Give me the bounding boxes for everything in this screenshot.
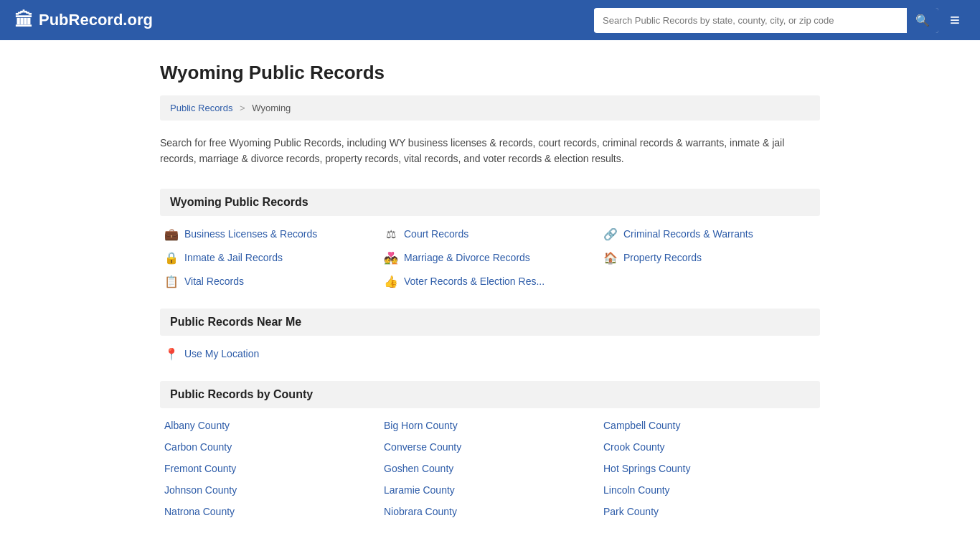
list-item[interactable]: ⚖Court Records (384, 227, 596, 241)
list-item[interactable]: Johnson County (164, 484, 377, 496)
record-icon: 💑 (384, 251, 398, 265)
breadcrumb-current: Wyoming (252, 103, 291, 113)
list-item[interactable]: 🏠Property Records (603, 251, 816, 265)
main-content: Wyoming Public Records Public Records > … (146, 40, 834, 551)
list-item[interactable]: 💑Marriage & Divorce Records (384, 251, 596, 265)
record-icon: ⚖ (384, 227, 398, 241)
record-label: Property Records (623, 252, 702, 263)
breadcrumb-home[interactable]: Public Records (170, 103, 232, 113)
records-section-header: Wyoming Public Records (160, 189, 820, 216)
search-button[interactable]: 🔍 (907, 8, 938, 33)
logo-icon: 🏛 (14, 9, 33, 32)
record-label: Marriage & Divorce Records (404, 252, 530, 263)
location-icon: 📍 (164, 347, 179, 361)
search-input[interactable] (594, 9, 907, 32)
record-label: Criminal Records & Warrants (623, 228, 753, 240)
record-label: Inmate & Jail Records (184, 252, 283, 263)
page-description: Search for free Wyoming Public Records, … (160, 135, 820, 167)
list-item[interactable]: Big Horn County (384, 420, 596, 431)
record-icon: 🔒 (164, 251, 179, 265)
list-item[interactable]: Fremont County (164, 463, 377, 474)
list-item[interactable]: Park County (603, 506, 816, 517)
record-icon: 📋 (164, 275, 179, 288)
counties-section: Public Records by County Albany CountyBi… (160, 381, 820, 517)
list-item[interactable]: Campbell County (603, 420, 816, 431)
location-label: Use My Location (184, 348, 259, 359)
list-item[interactable]: Laramie County (384, 484, 596, 496)
list-item[interactable]: Albany County (164, 420, 377, 431)
list-item[interactable]: Niobrara County (384, 506, 596, 517)
county-grid: Albany CountyBig Horn CountyCampbell Cou… (160, 420, 820, 517)
site-logo[interactable]: 🏛 PubRecord.org (14, 9, 153, 32)
list-item[interactable]: Goshen County (384, 463, 596, 474)
search-icon: 🔍 (915, 14, 930, 27)
list-item[interactable]: 🔒Inmate & Jail Records (164, 251, 377, 265)
list-item[interactable]: Lincoln County (603, 484, 816, 496)
logo-text: PubRecord.org (39, 11, 153, 29)
record-label: Court Records (404, 228, 468, 240)
record-label: Vital Records (184, 276, 244, 287)
breadcrumb-separator: > (240, 103, 245, 113)
search-bar: 🔍 (594, 8, 938, 33)
hamburger-icon: ≡ (950, 10, 960, 29)
record-label: Business Licenses & Records (184, 228, 317, 240)
record-label: Voter Records & Election Res... (404, 276, 545, 287)
list-item[interactable]: 👍Voter Records & Election Res... (384, 275, 596, 288)
record-icon: 🔗 (603, 227, 618, 241)
near-me-section: Public Records Near Me 📍 Use My Location (160, 309, 820, 361)
breadcrumb: Public Records > Wyoming (160, 95, 820, 121)
site-header: 🏛 PubRecord.org 🔍 ≡ (0, 0, 980, 40)
records-section: Wyoming Public Records 💼Business License… (160, 189, 820, 288)
list-item[interactable]: Natrona County (164, 506, 377, 517)
list-item[interactable]: Carbon County (164, 441, 377, 453)
list-item[interactable]: 📋Vital Records (164, 275, 377, 288)
header-right: 🔍 ≡ (594, 7, 966, 33)
record-icon: 💼 (164, 227, 179, 241)
list-item[interactable]: 💼Business Licenses & Records (164, 227, 377, 241)
record-icon: 👍 (384, 275, 398, 288)
list-item[interactable]: 🔗Criminal Records & Warrants (603, 227, 816, 241)
menu-button[interactable]: ≡ (944, 7, 966, 33)
counties-section-header: Public Records by County (160, 381, 820, 408)
list-item[interactable]: Converse County (384, 441, 596, 453)
records-grid: 💼Business Licenses & Records⚖Court Recor… (160, 227, 820, 288)
use-my-location[interactable]: 📍 Use My Location (160, 347, 820, 361)
list-item[interactable]: Hot Springs County (603, 463, 816, 474)
page-title: Wyoming Public Records (160, 62, 820, 84)
list-item[interactable]: Crook County (603, 441, 816, 453)
near-me-section-header: Public Records Near Me (160, 309, 820, 336)
record-icon: 🏠 (603, 251, 618, 265)
